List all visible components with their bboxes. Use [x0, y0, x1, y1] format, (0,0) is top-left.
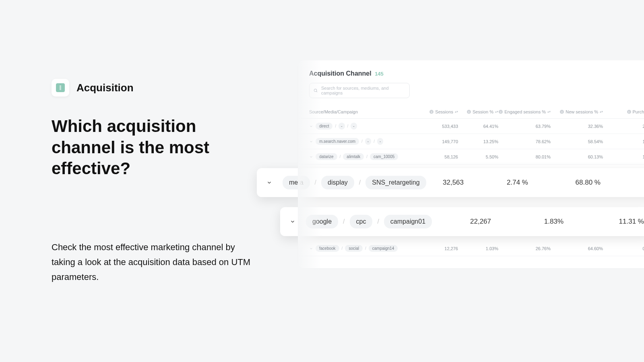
utm-medium-pill: cpc [350, 215, 373, 228]
col-sessions[interactable]: Sessions [435, 109, 453, 114]
panel-count: 145 [375, 71, 384, 77]
metric-new: 76.51 [601, 179, 644, 187]
panel-title: Acquisition Channel [309, 70, 372, 77]
sort-icon[interactable]: ▴▾ [600, 111, 603, 113]
utm-source-pill: meta [283, 176, 310, 189]
svg-point-0 [314, 89, 316, 91]
table-row[interactable]: datarize/ alimtalk/ cam_10005 58,126 5.5… [298, 149, 644, 165]
metric-session-pct: 2.74 % [464, 179, 528, 187]
page-body: Check the most effective marketing chann… [52, 240, 261, 285]
col-source[interactable]: Source/Media/Campaign [309, 109, 358, 114]
metric-sessions: 32,563 [411, 179, 464, 187]
chevron-down-icon [309, 155, 313, 159]
utm-medium-pill: display [321, 176, 354, 189]
col-purchase[interactable]: Purchase [633, 109, 644, 114]
search-input[interactable]: Search for sources, mediums, and campaig… [309, 83, 410, 98]
info-icon: i [429, 110, 433, 114]
utm-source-pill: google [306, 215, 338, 228]
table-row[interactable]: direct/ -/ - 533,433 64.41% 63.79% 32.36… [298, 119, 644, 134]
search-placeholder: Search for sources, mediums, and campaig… [321, 86, 405, 95]
chevron-down-icon [309, 247, 313, 251]
metric-sessions: 22,267 [427, 218, 491, 226]
metric-engaged: 68.80 % [528, 179, 601, 187]
chevron-down-icon [309, 124, 313, 128]
app-icon [52, 79, 69, 97]
highlight-row-meta[interactable]: meta/ display/ SNS_retargeting 32,563 2.… [257, 168, 644, 197]
app-label: Acquisition [76, 82, 134, 94]
info-icon: i [560, 110, 564, 114]
col-new[interactable]: New sessions % [566, 109, 598, 114]
table-row[interactable]: facebook/ social/ campaign14 12,276 1.03… [298, 241, 644, 256]
page-headline: Which acquisition channel is the most ef… [52, 116, 261, 179]
sort-icon[interactable]: ▴▾ [495, 111, 498, 113]
svg-line-1 [316, 91, 317, 92]
info-icon: i [499, 110, 503, 114]
acquisition-panel: Acquisition Channel 145 Search for sourc… [298, 60, 644, 268]
table-row[interactable]: m.search.naver.com/ -/ - 149,770 13.25% … [298, 134, 644, 149]
sort-icon[interactable]: ▴▾ [547, 111, 551, 113]
sort-icon[interactable]: ▴▾ [455, 111, 458, 113]
search-icon [314, 88, 318, 93]
chevron-down-icon [309, 140, 313, 144]
highlight-row-google[interactable]: google/ cpc/ campaign01 22,267 1.83% 11.… [280, 207, 644, 236]
utm-campaign-pill: campaign01 [384, 215, 432, 228]
metric-session-pct: 1.83% [491, 218, 564, 226]
col-engaged[interactable]: Engaged sessions % [504, 109, 546, 114]
metric-engaged: 11.31 % [564, 218, 644, 226]
info-icon: i [467, 110, 471, 114]
col-session-pct[interactable]: Session % [473, 109, 493, 114]
chevron-down-icon [266, 180, 272, 185]
info-icon: i [627, 110, 631, 114]
chevron-down-icon [290, 219, 295, 224]
